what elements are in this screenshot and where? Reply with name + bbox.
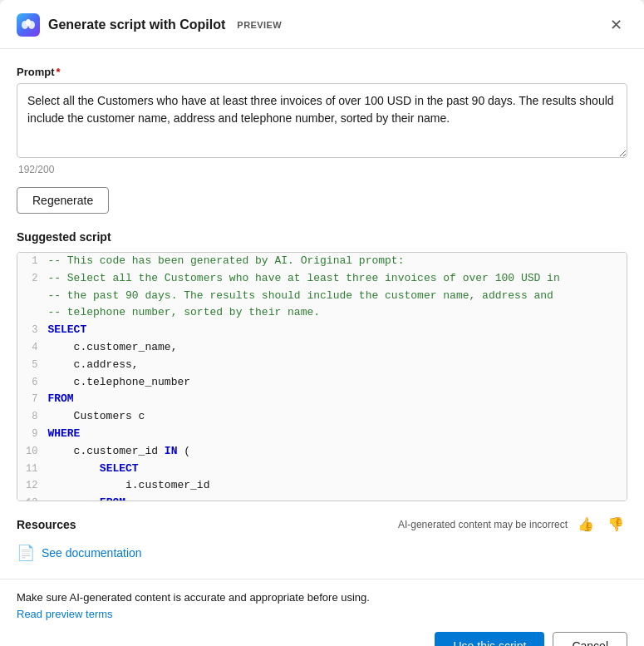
code-line: 10 c.customer_id IN (	[17, 443, 627, 461]
copilot-icon	[17, 13, 40, 37]
code-line: 11 SELECT	[17, 461, 627, 478]
code-line: 8 Customers c	[17, 408, 627, 426]
preview-badge: PREVIEW	[237, 20, 282, 30]
code-line: 4 c.customer_name,	[17, 339, 627, 357]
dialog-body: Prompt* Select all the Customers who hav…	[0, 49, 644, 570]
thumbs-up-button[interactable]: 👍	[574, 515, 597, 534]
code-line: 7 FROM	[17, 391, 627, 408]
cancel-button[interactable]: Cancel	[553, 632, 627, 646]
header-left: Generate script with Copilot PREVIEW	[17, 13, 282, 37]
code-line: 9 WHERE	[17, 426, 627, 443]
dialog-header: Generate script with Copilot PREVIEW ✕	[0, 0, 644, 49]
code-line: 6 c.telephone_number	[17, 374, 627, 392]
code-line: 2 -- Select all the Customers who have a…	[17, 270, 627, 322]
ai-notice-text: AI-generated content may be incorrect	[398, 519, 568, 530]
regenerate-button[interactable]: Regenerate	[17, 187, 109, 214]
svg-point-3	[26, 19, 31, 26]
code-line: 1 -- This code has been generated by AI.…	[17, 253, 627, 270]
resources-section: Resources AI-generated content may be in…	[17, 515, 627, 570]
dialog-footer: Make sure AI-generated content is accura…	[0, 579, 644, 646]
use-script-button[interactable]: Use this script	[435, 632, 544, 646]
char-count: 192/200	[17, 160, 627, 175]
code-line: 13 FROM	[17, 495, 627, 501]
resources-title: Resources	[17, 518, 76, 531]
doc-link-text: See documentation	[42, 546, 142, 560]
thumbs-down-button[interactable]: 👎	[604, 515, 627, 534]
code-box[interactable]: 1 -- This code has been generated by AI.…	[17, 252, 627, 501]
code-table: 1 -- This code has been generated by AI.…	[17, 253, 627, 501]
see-documentation-link[interactable]: 📄 See documentation	[17, 544, 627, 562]
code-line: 12 i.customer_id	[17, 477, 627, 495]
code-line: 3 SELECT	[17, 322, 627, 339]
footer-buttons: Use this script Cancel	[17, 632, 627, 646]
document-icon: 📄	[17, 544, 35, 562]
dialog-title: Generate script with Copilot	[48, 17, 225, 32]
preview-terms-link[interactable]: Read preview terms	[17, 608, 113, 620]
code-line: 5 c.address,	[17, 357, 627, 374]
prompt-field: Prompt* Select all the Customers who hav…	[17, 66, 627, 175]
close-button[interactable]: ✕	[605, 14, 627, 36]
prompt-label: Prompt*	[17, 66, 627, 78]
footer-message: Make sure AI-generated content is accura…	[17, 591, 627, 604]
ai-notice-area: AI-generated content may be incorrect 👍 …	[398, 515, 627, 534]
resources-header: Resources AI-generated content may be in…	[17, 515, 627, 534]
suggested-script-title: Suggested script	[17, 230, 627, 244]
prompt-textarea[interactable]: Select all the Customers who have at lea…	[17, 83, 627, 158]
generate-script-dialog: Generate script with Copilot PREVIEW ✕ P…	[0, 0, 644, 646]
